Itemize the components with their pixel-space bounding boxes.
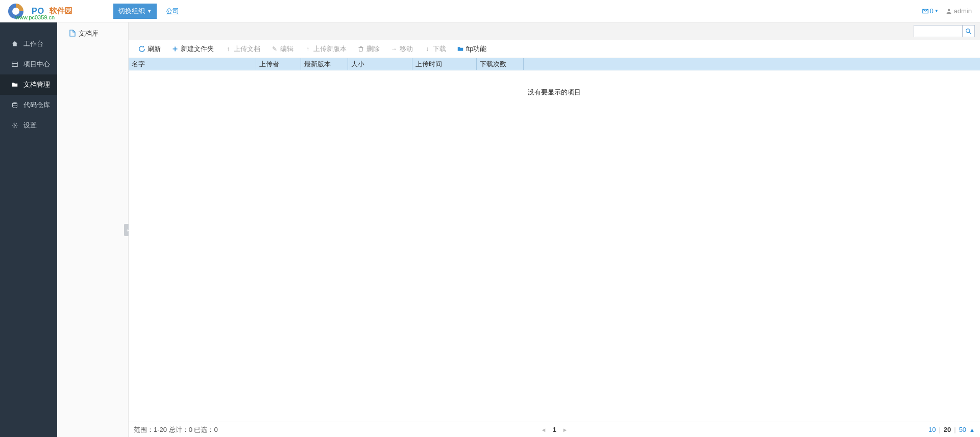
svg-point-7 — [13, 102, 17, 104]
edit-button[interactable]: ✎ 编辑 — [266, 42, 299, 56]
download-label: 下载 — [433, 44, 446, 54]
plus-icon — [172, 46, 178, 52]
col-size[interactable]: 大小 — [348, 58, 412, 70]
search-button[interactable] — [962, 25, 974, 37]
table-body: 没有要显示的项目 — [129, 70, 980, 422]
upload-doc-label: 上传文档 — [234, 44, 260, 54]
arrow-right-icon: → — [391, 45, 397, 53]
svg-line-10 — [969, 32, 971, 34]
new-folder-button[interactable]: 新建文件夹 — [167, 42, 219, 56]
upload-version-button[interactable]: ↑ 上传新版本 — [300, 42, 352, 56]
tree-panel: 文档库 « — [57, 22, 129, 437]
sidebar-item-settings[interactable]: 设置 — [0, 115, 57, 136]
page-size-50[interactable]: 50 — [959, 426, 966, 433]
upload-icon: ↑ — [305, 45, 311, 53]
refresh-button[interactable]: 刷新 — [134, 42, 166, 56]
header-right: 0 ▼ admin — [922, 7, 972, 15]
home-icon — [11, 41, 18, 47]
cog-icon — [11, 122, 18, 128]
main-content: 刷新 新建文件夹 ↑ 上传文档 ✎ 编辑 ↑ 上传新版本 删除 — [129, 22, 980, 437]
delete-button[interactable]: 删除 — [353, 42, 385, 56]
search-input[interactable] — [914, 28, 962, 35]
move-label: 移动 — [400, 44, 413, 54]
footer-bar: 范围：1-20 总计：0 已选：0 ◄ 1 ► 10 | 20 | 50 ▲ — [129, 422, 980, 437]
folder-icon — [457, 46, 463, 52]
upload-icon: ↑ — [225, 45, 231, 53]
footer-status: 范围：1-20 总计：0 已选：0 — [134, 425, 218, 434]
pagination: ◄ 1 ► — [541, 426, 568, 433]
refresh-label: 刷新 — [148, 44, 161, 54]
calendar-icon — [11, 61, 18, 67]
upload-version-label: 上传新版本 — [313, 44, 347, 54]
next-page-button[interactable]: ► — [562, 427, 568, 433]
col-time[interactable]: 上传时间 — [412, 58, 477, 70]
database-icon — [11, 102, 18, 108]
scroll-top-button[interactable]: ▲ — [969, 427, 975, 433]
tree-root[interactable]: 文档库 — [57, 28, 128, 40]
sidebar-item-label: 项目中心 — [23, 60, 50, 69]
logo-domain: www.pc0359.cn — [15, 14, 55, 20]
envelope-icon — [922, 8, 928, 14]
col-blank — [524, 58, 980, 70]
download-icon: ↓ — [424, 45, 430, 53]
search-box — [914, 25, 975, 37]
trash-icon — [358, 46, 364, 52]
mail-count: 0 — [929, 7, 933, 15]
sidebar-item-label: 设置 — [23, 121, 37, 130]
refresh-icon — [139, 46, 145, 52]
caret-down-icon: ▼ — [147, 9, 152, 14]
empty-message: 没有要显示的项目 — [528, 88, 581, 422]
switch-org-label: 切换组织 — [118, 7, 145, 16]
main-header: PO 软件园 www.pc0359.cn 切换组织 ▼ 公司 0 ▼ admin — [0, 0, 980, 22]
caret-down-icon: ▼ — [935, 9, 939, 13]
sidebar-item-label: 代码仓库 — [23, 100, 50, 110]
edit-label: 编辑 — [280, 44, 293, 54]
new-folder-label: 新建文件夹 — [181, 44, 214, 54]
layout: 工作台 项目中心 文档管理 代码仓库 设置 文档库 « — [0, 22, 980, 437]
folder-icon — [11, 82, 18, 88]
toolbar: 刷新 新建文件夹 ↑ 上传文档 ✎ 编辑 ↑ 上传新版本 删除 — [129, 40, 980, 58]
sidebar-item-documents[interactable]: 文档管理 — [0, 74, 57, 95]
header-menu: 切换组织 ▼ 公司 — [113, 4, 179, 19]
svg-point-8 — [14, 125, 16, 126]
search-icon — [965, 28, 972, 35]
sidebar-item-code[interactable]: 代码仓库 — [0, 95, 57, 115]
company-link[interactable]: 公司 — [166, 7, 179, 16]
page-size-20[interactable]: 20 — [944, 426, 951, 433]
user-label: admin — [954, 7, 972, 15]
table-header: 名字 上传者 最新版本 大小 上传时间 下载次数 — [129, 58, 980, 70]
sidebar: 工作台 项目中心 文档管理 代码仓库 设置 — [0, 22, 57, 437]
col-downloads[interactable]: 下载次数 — [477, 58, 524, 70]
move-button[interactable]: → 移动 — [386, 42, 418, 56]
upload-doc-button[interactable]: ↑ 上传文档 — [220, 42, 265, 56]
svg-rect-4 — [12, 62, 18, 67]
separator: | — [954, 426, 955, 433]
svg-point-0 — [947, 9, 950, 11]
pencil-icon: ✎ — [272, 45, 278, 53]
logo: PO 软件园 www.pc0359.cn — [8, 3, 72, 19]
prev-page-button[interactable]: ◄ — [541, 427, 546, 433]
download-button[interactable]: ↓ 下载 — [419, 42, 451, 56]
file-icon — [69, 30, 76, 38]
sidebar-item-projects[interactable]: 项目中心 — [0, 54, 57, 74]
separator: | — [939, 426, 940, 433]
sidebar-item-workbench[interactable]: 工作台 — [0, 34, 57, 54]
page-size-selector: 10 | 20 | 50 ▲ — [928, 426, 975, 433]
ftp-label: ftp功能 — [466, 44, 486, 54]
main-top-bar — [129, 22, 980, 40]
svg-point-6 — [13, 65, 14, 66]
user-icon — [946, 8, 952, 14]
page-size-10[interactable]: 10 — [928, 426, 936, 433]
tree-root-label: 文档库 — [79, 29, 99, 38]
col-version[interactable]: 最新版本 — [301, 58, 348, 70]
svg-point-9 — [966, 29, 970, 32]
sidebar-item-label: 文档管理 — [23, 80, 50, 89]
current-page: 1 — [552, 426, 556, 433]
sidebar-item-label: 工作台 — [23, 39, 43, 48]
col-name[interactable]: 名字 — [129, 58, 256, 70]
col-uploader[interactable]: 上传者 — [256, 58, 301, 70]
ftp-button[interactable]: ftp功能 — [452, 42, 492, 56]
switch-org-button[interactable]: 切换组织 ▼ — [113, 4, 157, 19]
user-menu[interactable]: admin — [946, 7, 972, 15]
mail-button[interactable]: 0 ▼ — [922, 7, 938, 15]
